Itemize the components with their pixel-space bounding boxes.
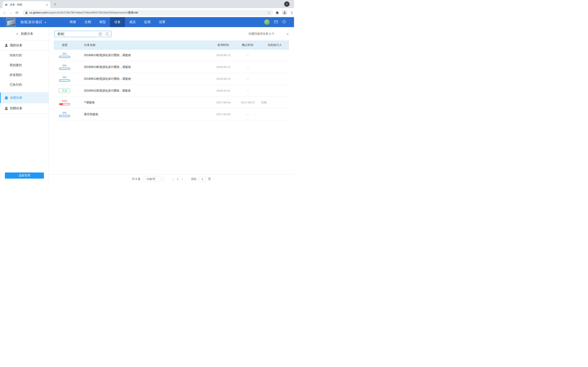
browser-menu-icon[interactable]: ⋮ bbox=[290, 11, 294, 15]
sidebar-item-created-by-me[interactable]: 我创建的 bbox=[0, 60, 49, 70]
tab-title: 任务 - 协筑 bbox=[10, 3, 45, 7]
process-management-button[interactable]: 流程管理 bbox=[5, 173, 44, 179]
back-button[interactable]: ← bbox=[2, 11, 8, 15]
progress-label: 0% bbox=[62, 111, 67, 114]
sidebar-item-executed[interactable]: 已执行的 bbox=[0, 80, 49, 90]
publish-time: 2018-06-13 bbox=[210, 77, 237, 80]
progress-cell: 0% 0% bbox=[59, 111, 70, 117]
result-prefix: 共搜到相关任务 bbox=[249, 32, 268, 36]
help-icon[interactable]: ? bbox=[282, 20, 286, 24]
table-row[interactable]: 0% 0% 20180613机电深化设计图纸，请签收 2018-06-13 – bbox=[54, 49, 289, 61]
close-search-results-icon[interactable]: × bbox=[286, 32, 289, 36]
task-name[interactable]: 请尽快签收 bbox=[84, 113, 210, 116]
publish-time: 2018-06-13 bbox=[210, 66, 237, 68]
task-name[interactable]: 20180613机电深化设计图纸，请签收 bbox=[84, 65, 210, 69]
search-icon[interactable] bbox=[105, 32, 109, 36]
progress-label: 33% bbox=[62, 100, 67, 103]
nav-item-tasks[interactable]: 任务 bbox=[110, 17, 125, 27]
nav-item-settings[interactable]: 设置 bbox=[155, 17, 170, 27]
nav-item-models[interactable]: 模型 bbox=[95, 17, 110, 27]
col-task-name: 任务名称 bbox=[84, 43, 210, 47]
url-host: xz.glodon.com bbox=[29, 11, 47, 14]
current-page[interactable]: 1 bbox=[176, 177, 179, 181]
person-icon bbox=[4, 43, 8, 47]
browser-profile-icon[interactable] bbox=[282, 10, 287, 15]
table-row[interactable]: 完成 完成 20180411机电深化设计图纸，请签收 2018-04-11 – bbox=[54, 85, 289, 97]
task-name[interactable]: 20180411机电深化设计图纸，请签收 bbox=[84, 89, 210, 92]
address-bar[interactable]: xz.glodon.com/coqui/v2016/278b7967ebba47… bbox=[22, 10, 273, 16]
publish-time: 2017-08-04 bbox=[210, 101, 237, 104]
publish-time: 2018-06-13 bbox=[210, 54, 237, 57]
search-input[interactable]: 签收 bbox=[54, 31, 111, 37]
lock-icon bbox=[25, 11, 27, 14]
nav-item-apps[interactable]: 应用 bbox=[140, 17, 155, 27]
project-switcher[interactable]: 协筑演示项目 ▼ bbox=[20, 17, 47, 27]
executor: 刘斌 bbox=[259, 101, 289, 104]
tab-search-chevron-icon[interactable]: ▼ bbox=[284, 1, 290, 7]
sidebar-item-pending[interactable]: 待执行的 bbox=[0, 50, 49, 60]
clipboard-check-icon bbox=[4, 96, 8, 100]
result-count: 6 bbox=[269, 32, 271, 35]
task-name[interactable]: 20180613机电深化设计图纸，请签收 bbox=[84, 53, 210, 57]
bookmark-star-icon[interactable]: ☆ bbox=[266, 11, 272, 15]
sidebar-item-cc-to-me[interactable]: 抄送我的 bbox=[0, 70, 49, 80]
progress-cell: 33% 33% bbox=[59, 100, 70, 105]
browser-window: 任务 - 协筑 × + ▼ ← → ⟳ xz.glodon.com/coqui/… bbox=[0, 0, 294, 184]
app-header: 协筑演示项目 ▼ 简报 文档 模型 任务 成员 应用 设置 ? bbox=[0, 17, 294, 27]
table-row[interactable]: 33% 33% **请签收 2017-08-04 2017-08-07 刘斌 bbox=[54, 97, 289, 108]
next-page-button[interactable]: › bbox=[179, 177, 186, 181]
reload-button[interactable]: ⟳ bbox=[14, 11, 20, 15]
new-task-button[interactable]: ＋ 新建任务 bbox=[0, 27, 49, 40]
page-size-select[interactable]: 15条/页 ∨ bbox=[144, 176, 164, 182]
main-content: 签收 共搜到相关任务 6 个 × bbox=[49, 27, 294, 174]
task-table-body: 0% 0% 20180613机电深化设计图纸，请签收 2018-06-13 – … bbox=[54, 49, 289, 120]
forward-button[interactable]: → bbox=[8, 11, 14, 15]
prev-page-button[interactable]: ‹ bbox=[169, 177, 176, 181]
sidebar-item-my-tasks[interactable]: 我的任务 bbox=[0, 40, 49, 50]
deadline: – bbox=[237, 66, 259, 68]
clear-search-icon[interactable] bbox=[98, 32, 102, 36]
plus-icon: ＋ bbox=[16, 31, 19, 36]
new-tab-button[interactable]: + bbox=[53, 2, 58, 7]
progress-cell: 完成 完成 bbox=[59, 88, 70, 93]
browser-tab[interactable]: 任务 - 协筑 × bbox=[2, 1, 50, 8]
browser-toolbar: ← → ⟳ xz.glodon.com/coqui/v2016/278b7967… bbox=[0, 8, 294, 17]
progress-fill bbox=[60, 104, 63, 105]
project-logo[interactable] bbox=[6, 18, 15, 26]
table-header: 进度 任务名称 发布时间 截止时间 当前执行人 bbox=[54, 41, 289, 49]
progress-cell: 0% 0% bbox=[59, 64, 70, 70]
svg-text:?: ? bbox=[284, 21, 285, 23]
goto-page-input[interactable] bbox=[199, 176, 206, 182]
chevron-down-icon: ∨ bbox=[161, 178, 162, 180]
nav-item-members[interactable]: 成员 bbox=[125, 17, 140, 27]
tab-close-icon[interactable]: × bbox=[45, 3, 48, 7]
table-row[interactable]: 0% 0% 20180613机电深化设计图纸，请签收 2018-06-13 – bbox=[54, 73, 289, 85]
nav-item-documents[interactable]: 文档 bbox=[80, 17, 95, 27]
search-row: 签收 共搜到相关任务 6 个 × bbox=[54, 31, 289, 37]
chevron-down-icon: ▼ bbox=[44, 21, 47, 24]
messages-icon[interactable] bbox=[274, 20, 278, 24]
sidebar-item-all-tasks[interactable]: 全部任务 bbox=[0, 92, 49, 103]
sidebar: ＋ 新建任务 我的任务 待执行的 我创建的 抄送我的 已执行的 全部任务 bbox=[0, 27, 49, 184]
page-size-value: 15条/页 bbox=[146, 177, 161, 181]
sidebar-item-archived[interactable]: 归档任务 bbox=[0, 103, 49, 114]
archive-icon bbox=[4, 107, 8, 110]
task-name[interactable]: **请签收 bbox=[84, 101, 210, 104]
url-text: xz.glodon.com/coqui/v2016/278b7967ebba47… bbox=[29, 11, 266, 15]
progress-cell: 0% 0% bbox=[59, 76, 70, 82]
extensions-icon[interactable] bbox=[276, 11, 279, 15]
publish-time: 2018-04-11 bbox=[210, 89, 237, 92]
table-row[interactable]: 0% 0% 20180613机电深化设计图纸，请签收 2018-06-13 – bbox=[54, 61, 289, 73]
site-favicon-icon bbox=[4, 3, 8, 7]
progress-cell: 0% 0% bbox=[59, 52, 70, 58]
tab-strip: 任务 - 协筑 × + ▼ bbox=[0, 0, 294, 8]
deadline: – bbox=[237, 77, 259, 80]
header-right: ? bbox=[264, 17, 294, 27]
task-name[interactable]: 20180613机电深化设计图纸，请签收 bbox=[84, 77, 210, 81]
new-task-label: 新建任务 bbox=[21, 32, 33, 36]
archived-label: 归档任务 bbox=[10, 106, 22, 110]
user-avatar[interactable] bbox=[264, 19, 270, 25]
table-row[interactable]: 0% 0% 请尽快签收 2017-04-09 – bbox=[54, 108, 289, 120]
nav-item-briefing[interactable]: 简报 bbox=[65, 17, 80, 27]
col-publish-time: 发布时间 bbox=[210, 43, 236, 47]
